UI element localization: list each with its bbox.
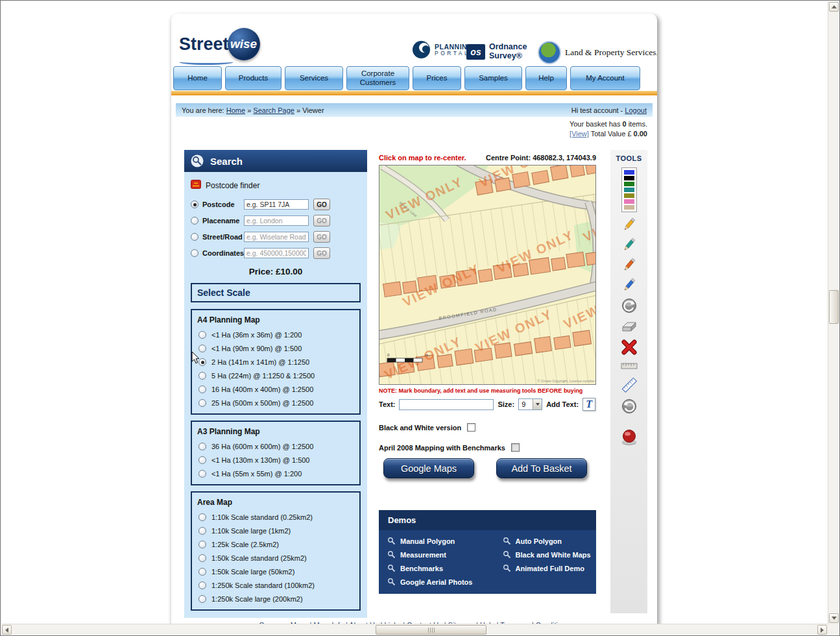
land-property-logo[interactable]: Land & Property Services. <box>538 41 657 64</box>
add-to-basket-button[interactable]: Add To Basket <box>496 458 587 478</box>
postcode-input[interactable] <box>244 199 309 210</box>
nav-item[interactable]: Corporate Customers <box>346 66 409 90</box>
go-button-coordinates[interactable]: GO <box>313 247 330 259</box>
scale-option[interactable]: 1:50k Scale large (50km2) <box>198 568 355 576</box>
nav-item[interactable]: Home <box>173 66 222 90</box>
reset-button-icon[interactable] <box>620 429 638 446</box>
scale-option[interactable]: 1:25k Scale (2.5km2) <box>198 541 355 548</box>
demo-link[interactable]: Benchmarks <box>379 561 494 575</box>
demo-link[interactable]: Manual Polygon <box>379 534 494 548</box>
nav-item[interactable]: Services <box>285 66 343 90</box>
benchmarks-checkbox[interactable] <box>511 443 520 452</box>
scale-option[interactable]: <1 Ha (36m x 36m) @ 1:200 <box>198 331 355 339</box>
breadcrumb-home-link[interactable]: Home <box>226 106 245 114</box>
pencil-blue-icon[interactable] <box>621 277 637 293</box>
radio-button[interactable] <box>198 527 206 535</box>
scale-option[interactable]: 2 Ha (141m x 141m) @ 1:1250 <box>198 358 355 366</box>
radio-button[interactable] <box>198 513 206 521</box>
radio-coordinates[interactable] <box>191 249 198 257</box>
scroll-up-button[interactable] <box>829 2 839 12</box>
nav-item[interactable]: Products <box>225 66 282 90</box>
radio-button[interactable] <box>198 595 206 603</box>
demo-link[interactable]: Black and White Maps <box>494 548 596 561</box>
demo-link[interactable]: Google Aerial Photos <box>379 575 494 589</box>
radio-button[interactable] <box>198 541 206 548</box>
scale-option[interactable]: 36 Ha (600m x 600m) @ 1:2500 <box>198 443 355 450</box>
streetwise-logo[interactable]: Street wise <box>179 28 260 60</box>
size-select[interactable]: 9 <box>518 398 542 410</box>
color-swatch[interactable] <box>624 170 634 175</box>
color-swatch[interactable] <box>624 188 634 192</box>
color-swatch[interactable] <box>624 199 634 204</box>
scroll-right-button[interactable] <box>817 625 827 635</box>
measure-icon[interactable] <box>621 376 638 393</box>
radio-button[interactable] <box>198 372 206 380</box>
horizontal-scroll-thumb[interactable] <box>376 625 486 635</box>
radio-button[interactable] <box>198 331 206 339</box>
radio-street[interactable] <box>191 233 198 241</box>
add-text-button[interactable]: T <box>582 398 595 411</box>
nav-item[interactable]: Prices <box>413 66 461 90</box>
demo-link[interactable]: Auto Polygon <box>494 534 596 548</box>
google-maps-button[interactable]: Google Maps <box>383 458 474 478</box>
radio-button[interactable] <box>198 470 206 478</box>
scale-option[interactable]: 1:250k Scale large (200km2) <box>198 595 355 603</box>
vertical-scrollbar[interactable] <box>828 1 839 624</box>
delete-icon[interactable] <box>621 339 638 356</box>
radio-button[interactable] <box>198 456 206 464</box>
radio-placename[interactable] <box>191 217 198 225</box>
bw-checkbox[interactable] <box>467 423 475 432</box>
scale-option[interactable]: 1:10k Scale standard (0.25km2) <box>198 513 355 521</box>
scale-option[interactable]: <1 Ha (55m x 55m) @ 1:200 <box>198 470 355 478</box>
planning-portal-logo[interactable]: PLANNING PORTAL <box>413 41 473 58</box>
scale-option[interactable]: 16 Ha (400m x 400m) @ 1:2500 <box>198 385 355 393</box>
horizontal-scrollbar[interactable] <box>1 624 828 635</box>
pencil-yellow-icon[interactable] <box>621 217 637 232</box>
demo-link[interactable]: Animated Full Demo <box>494 561 596 575</box>
color-swatch[interactable] <box>624 193 634 198</box>
radio-button[interactable] <box>198 399 206 407</box>
logout-link[interactable]: Logout <box>625 106 647 114</box>
scroll-down-button[interactable] <box>829 613 839 623</box>
scale-option[interactable]: <1 Ha (90m x 90m) @ 1:500 <box>198 345 355 352</box>
pencil-teal-icon[interactable] <box>621 237 637 252</box>
map-image[interactable]: BROOMFIELD ROAD Monarty Lane VIEW ONLY V… <box>379 165 596 385</box>
radio-button[interactable] <box>198 443 206 450</box>
color-swatch[interactable] <box>624 176 634 180</box>
coordinates-input[interactable] <box>244 248 309 258</box>
eraser-icon[interactable] <box>621 319 638 334</box>
color-swatch[interactable] <box>624 205 634 210</box>
scale-option[interactable]: 1:50k Scale standard (25km2) <box>198 554 355 562</box>
scale-option[interactable]: 5 Ha (224m) @ 1:1250 & 1:2500 <box>198 372 355 380</box>
ruler-icon[interactable] <box>621 360 638 372</box>
street-input[interactable] <box>244 232 309 242</box>
radio-button[interactable] <box>198 385 206 393</box>
nav-item[interactable]: Samples <box>464 66 522 90</box>
redo-icon[interactable] <box>621 398 638 415</box>
postcode-finder-link[interactable]: Postcode finder <box>191 180 361 191</box>
color-palette[interactable] <box>621 167 637 212</box>
demo-link[interactable]: Measurement <box>379 548 494 561</box>
go-button-street[interactable]: GO <box>313 231 330 243</box>
radio-button[interactable] <box>198 568 206 576</box>
scale-option[interactable]: <1 Ha (130m x 130m) @ 1:500 <box>198 456 355 464</box>
scale-option[interactable]: 1:250k Scale standard (100km2) <box>198 581 355 589</box>
nav-item[interactable]: My Account <box>570 66 640 90</box>
vertical-scroll-thumb[interactable] <box>829 290 839 324</box>
nav-item[interactable]: Help <box>525 66 567 90</box>
basket-view-link[interactable]: [View] <box>570 130 589 138</box>
breadcrumb-search-page-link[interactable]: Search Page <box>253 106 294 114</box>
radio-postcode[interactable] <box>191 201 198 208</box>
scale-option[interactable]: 1:10k Scale large (1km2) <box>198 527 355 535</box>
pencil-orange-icon[interactable] <box>621 257 637 273</box>
color-swatch[interactable] <box>624 182 634 186</box>
go-button-postcode[interactable]: GO <box>313 199 330 210</box>
radio-button[interactable] <box>198 581 206 589</box>
scroll-left-button[interactable] <box>2 625 12 635</box>
placename-input[interactable] <box>244 215 309 226</box>
map-text-input[interactable] <box>399 399 494 410</box>
ordnance-survey-logo[interactable]: os Ordnance Survey® <box>466 43 527 60</box>
go-button-placename[interactable]: GO <box>313 215 330 226</box>
undo-icon[interactable] <box>621 297 638 314</box>
radio-button[interactable] <box>198 554 206 562</box>
